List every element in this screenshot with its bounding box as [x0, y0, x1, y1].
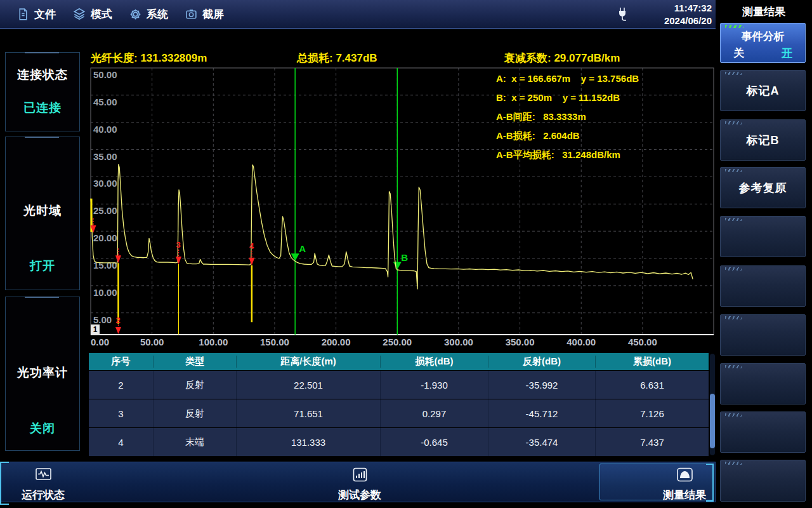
event-analysis-off[interactable]: 关 — [733, 46, 744, 60]
clock: 11:47:32 2024/06/20 — [664, 2, 712, 27]
svg-text:25.00: 25.00 — [93, 205, 117, 216]
menu-system[interactable]: 系统 — [129, 7, 168, 22]
tab-run-status[interactable]: 运行状态 — [8, 467, 78, 502]
marker-a-button[interactable]: 标记A — [720, 70, 806, 111]
svg-text:300.00: 300.00 — [444, 337, 473, 347]
table-row[interactable]: 4 末端 131.333 -0.645 -35.474 7.437 — [89, 428, 709, 456]
event-analysis-button[interactable]: 事件分析 关 开 — [720, 23, 806, 63]
col-distance: 距离/长度(m) — [236, 356, 380, 368]
cell: 6.631 — [595, 371, 709, 399]
power-meter-panel[interactable]: 光功率计 关闭 — [5, 297, 80, 451]
menu-system-label: 系统 — [147, 7, 168, 22]
tab-test-params-label: 测试参数 — [338, 488, 381, 502]
cell: 4 — [89, 428, 153, 456]
svg-text:30.00: 30.00 — [93, 178, 117, 189]
corner-slash-icon — [725, 121, 742, 124]
sidebar-title: 测量结果 — [716, 4, 812, 19]
empty-button[interactable] — [720, 314, 806, 356]
cursor-b-readout: B: x = 250m y = 11.152dB — [496, 92, 620, 103]
marker-b-label: 标记B — [721, 133, 805, 148]
screenshot-icon — [185, 8, 198, 21]
cell: 71.651 — [236, 399, 380, 427]
cell: 7.126 — [595, 399, 709, 427]
file-icon — [16, 8, 30, 21]
svg-text:2: 2 — [115, 316, 120, 325]
col-type: 类型 — [153, 356, 236, 368]
table-row[interactable]: 3 反射 71.651 0.297 -45.712 7.126 — [89, 399, 709, 427]
cell: 2 — [89, 371, 153, 399]
empty-button[interactable] — [720, 216, 806, 257]
reference-restore-label: 参考复原 — [721, 180, 805, 196]
col-reflect: 反射(dB) — [488, 356, 595, 368]
empty-button[interactable] — [720, 363, 806, 404]
svg-text:40.00: 40.00 — [93, 124, 117, 135]
gear-icon — [129, 8, 142, 21]
corner-slash-icon — [725, 365, 742, 368]
otdr-panel-status: 打开 — [6, 258, 79, 274]
cell: 反射 — [153, 399, 236, 427]
right-sidebar: 测量结果 事件分析 关 开 标记A 标记B 参考复原 — [716, 0, 812, 508]
layers-icon — [72, 7, 86, 21]
tab-measure-results[interactable]: 测量结果 — [651, 467, 718, 502]
menu-file-label: 文件 — [34, 7, 56, 22]
cell: 7.437 — [595, 428, 709, 456]
svg-text:250.00: 250.00 — [383, 337, 412, 347]
power-meter-title: 光功率计 — [6, 364, 79, 381]
svg-text:100.00: 100.00 — [199, 337, 228, 347]
cell: 131.333 — [236, 428, 380, 456]
empty-button[interactable] — [720, 411, 806, 453]
corner-slash-icon — [725, 267, 742, 271]
tab-run-status-label: 运行状态 — [22, 488, 65, 502]
menu-mode-label: 模式 — [91, 7, 112, 22]
total-loss-value: 总损耗: 7.437dB — [297, 51, 377, 65]
connection-status-panel: 连接状态 已连接 — [5, 52, 80, 131]
waveform-icon — [35, 467, 52, 486]
corner-slash-icon — [725, 462, 742, 465]
svg-text:150.00: 150.00 — [260, 337, 289, 347]
empty-button[interactable] — [720, 460, 806, 502]
marker-b-button[interactable]: 标记B — [720, 119, 806, 161]
tab-measure-results-label: 测量结果 — [663, 488, 706, 502]
tab-test-params[interactable]: 测试参数 — [325, 467, 395, 502]
attenuation-value: 衰减系数: 29.077dB/km — [504, 51, 620, 65]
connection-status-value: 已连接 — [6, 100, 79, 116]
cell: -45.712 — [488, 399, 595, 427]
col-loss: 损耗(dB) — [380, 356, 488, 368]
corner-slash-icon — [725, 413, 742, 417]
cell: 末端 — [153, 428, 236, 456]
svg-text:4: 4 — [249, 241, 254, 251]
otdr-panel[interactable]: 光时域 打开 — [5, 137, 80, 290]
svg-text:350.00: 350.00 — [506, 337, 535, 347]
menu-mode[interactable]: 模式 — [72, 7, 112, 22]
menu-file[interactable]: 文件 — [16, 7, 56, 22]
svg-text:B: B — [401, 252, 408, 263]
otdr-chart[interactable]: 50.0045.0040.0035.0030.0025.0020.0015.00… — [89, 65, 716, 349]
reference-restore-button[interactable]: 参考复原 — [720, 167, 806, 208]
power-meter-status: 关闭 — [6, 420, 79, 437]
empty-button[interactable] — [720, 265, 806, 307]
table-row[interactable]: 2 反射 22.501 -1.930 -35.992 6.631 — [89, 371, 709, 399]
ab-loss-readout: A-B损耗: 2.604dB — [496, 130, 580, 142]
corner-slash-icon — [725, 72, 742, 75]
bottom-tab-bar: 运行状态 测试参数 测量结果 — [0, 462, 716, 502]
fiber-length-value: 光纤长度: 131.332809m — [91, 51, 207, 65]
cell: -0.645 — [380, 428, 488, 456]
ab-distance-readout: A-B间距: 83.3333m — [496, 111, 586, 123]
time-text: 11:47:32 — [664, 2, 712, 15]
power-plug-icon — [615, 6, 631, 25]
events-table: 序号 类型 距离/长度(m) 损耗(dB) 反射(dB) 累损(dB) 2 反射… — [89, 353, 709, 456]
svg-text:450.00: 450.00 — [628, 337, 657, 347]
table-scrollbar-thumb[interactable] — [710, 394, 715, 448]
cell: 22.501 — [236, 371, 380, 399]
svg-text:5.00: 5.00 — [93, 314, 112, 325]
svg-text:1: 1 — [93, 325, 98, 334]
corner-slash-icon — [725, 169, 742, 172]
marker-a-label: 标记A — [721, 83, 805, 98]
svg-text:A: A — [299, 243, 306, 254]
cell: 3 — [89, 399, 153, 427]
cursor-a-readout: A: x = 166.667m y = 13.756dB — [496, 73, 639, 84]
event-analysis-on[interactable]: 开 — [782, 46, 792, 60]
menu-screenshot[interactable]: 截屏 — [185, 7, 224, 22]
svg-text:20.00: 20.00 — [93, 232, 117, 243]
svg-text:0.00: 0.00 — [91, 337, 109, 347]
